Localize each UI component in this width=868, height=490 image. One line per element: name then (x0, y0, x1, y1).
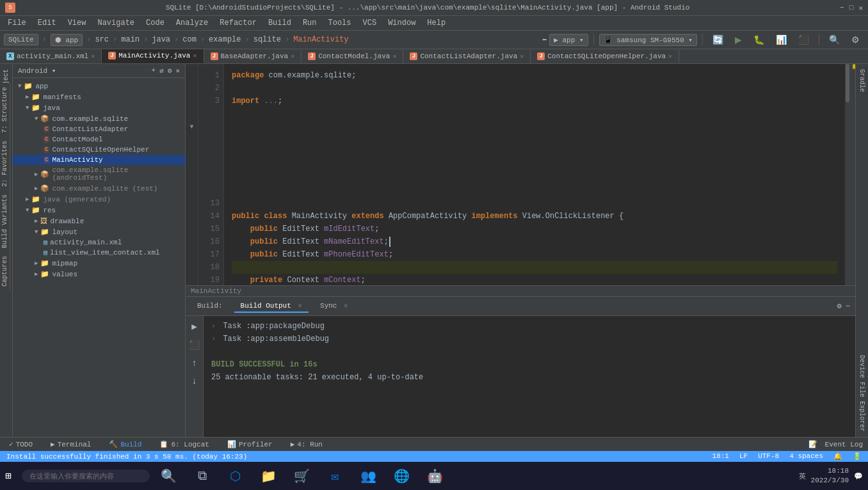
close-tab-base[interactable]: ✕ (291, 52, 294, 60)
minimize-button[interactable]: − (840, 4, 844, 12)
sidebar-tab-device-file-explorer[interactable]: Device File Explorer (857, 350, 867, 437)
tree-item-contactlistadapter[interactable]: C ContactListAdapter (13, 124, 185, 134)
tree-item-com-androidtest[interactable]: ▶ 📦 com.example.sqlite (androidTest) (13, 165, 185, 183)
tree-item-contactmodel[interactable]: C ContactModel (13, 134, 185, 145)
maximize-button[interactable]: □ (849, 4, 854, 12)
close-tab-adapter[interactable]: ✕ (520, 52, 524, 60)
tree-item-com-test[interactable]: ▶ 📦 com.example.sqlite (test) (13, 183, 185, 194)
tree-item-java-generated[interactable]: ▶ 📁 java (generated) (13, 194, 185, 205)
status-encoding[interactable]: UTF-8 (758, 452, 779, 461)
close-sync[interactable]: ✕ (344, 302, 348, 310)
minimap-scrollbar[interactable] (850, 64, 855, 285)
sidebar-tab-gradle[interactable]: Gradle (857, 64, 867, 97)
tab-contactmodel-java[interactable]: J ContactModel.java ✕ (301, 50, 403, 63)
taskbar-app-cortana[interactable]: 🔍 (155, 464, 183, 487)
close-tab-model[interactable]: ✕ (392, 52, 396, 60)
restart-build-btn[interactable]: ▶ (189, 319, 199, 335)
close-build-output[interactable]: ✕ (298, 302, 302, 310)
bottom-tab-todo[interactable]: ✓ TODO (5, 439, 36, 450)
bottom-tab-build[interactable]: 🔨 Build (105, 439, 145, 450)
tree-item-app[interactable]: ▼ 📁 app (13, 81, 185, 91)
breadcrumb-sqlite[interactable]: SQLite (4, 34, 38, 45)
tree-item-com-example-sqlite[interactable]: ▼ 📦 com.example.sqlite (13, 113, 185, 124)
status-indent[interactable]: 4 spaces (789, 452, 823, 461)
menu-help[interactable]: Help (422, 17, 451, 29)
bottom-tab-terminal[interactable]: ▶ Terminal (47, 439, 95, 450)
run-config-dropdown[interactable]: ▶ app ▾ (549, 34, 588, 46)
search-btn[interactable]: 🔍 (824, 33, 844, 47)
bottom-tab-profiler[interactable]: 📊 Profiler (223, 439, 277, 450)
tab-contactsqliteopenhelper-java[interactable]: J ContactSQLiteOpenHelper.java ✕ (531, 50, 679, 63)
minimize-build-icon[interactable]: − (846, 302, 850, 311)
taskbar-app-explorer[interactable]: 📁 (255, 464, 283, 487)
tab-baseadapter-java[interactable]: J BaseAdapter.java ✕ (204, 50, 302, 63)
stop-build-btn[interactable]: ⬛ (186, 337, 202, 353)
build-tab-sync[interactable]: Sync ✕ (314, 299, 355, 313)
build-tab-output[interactable]: Build Output ✕ (234, 299, 309, 313)
menu-navigate[interactable]: Navigate (92, 17, 140, 29)
sidebar-tab-build-variants[interactable]: Build Variants (0, 191, 10, 252)
build-output-content[interactable]: › Task :app:packageDebug › Task :app:ass… (204, 316, 855, 437)
menu-edit[interactable]: Edit (33, 17, 61, 29)
menu-window[interactable]: Window (383, 17, 421, 29)
status-notifications[interactable]: 🔔 (833, 452, 842, 461)
bottom-tab-logcat[interactable]: 📋 6: Logcat (156, 439, 213, 450)
close-tab-xml[interactable]: ✕ (91, 52, 95, 60)
settings-btn[interactable]: ⚙ (847, 33, 864, 47)
tab-contactlistadapter-java[interactable]: J ContactListAdapter.java ✕ (403, 50, 531, 63)
close-panel-icon[interactable]: ✕ (175, 67, 180, 75)
tree-item-list-view-xml[interactable]: ▤ list_view_item_contact.xml (13, 248, 185, 258)
code-content[interactable]: package com.example.sqlite; import ...; … (224, 64, 845, 285)
status-line-ending[interactable]: LF (739, 452, 748, 461)
taskbar-app-store[interactable]: 🛒 (288, 464, 316, 487)
event-log-label[interactable]: Event Log (825, 441, 863, 448)
stop-btn[interactable]: ⬛ (794, 33, 814, 47)
menu-tools[interactable]: Tools (323, 17, 357, 29)
tree-item-manifests[interactable]: ▶ 📁 manifests (13, 91, 185, 102)
status-power[interactable]: 🔋 (853, 452, 862, 461)
taskbar-app-chrome[interactable]: 🌐 (388, 464, 416, 487)
tab-activity-main-xml[interactable]: X activity_main.xml ✕ (0, 50, 102, 63)
taskbar-search[interactable] (22, 470, 150, 482)
taskbar-app-mail[interactable]: ✉ (321, 464, 350, 487)
taskbar-app-edge[interactable]: ⬡ (221, 464, 250, 487)
menu-refactor[interactable]: Refactor (214, 17, 262, 29)
tree-item-mipmap[interactable]: ▶ 📁 mipmap (13, 258, 185, 269)
bottom-tab-run[interactable]: ▶ 4: Run (287, 439, 326, 450)
add-icon[interactable]: + (152, 67, 156, 75)
breadcrumb-app[interactable]: ⬢ app (51, 34, 83, 46)
close-tab-main[interactable]: ✕ (193, 52, 197, 59)
start-button[interactable]: ⊞ (5, 470, 12, 482)
code-editor[interactable]: ▼ 1 2 3 13 14 15 16 17 18 19 20 21 (186, 64, 855, 296)
sidebar-tab-captures[interactable]: Captures (0, 252, 10, 290)
settings-icon[interactable]: ⚙ (168, 67, 172, 75)
editor-scrollbar[interactable] (845, 64, 850, 285)
tab-mainactivity-java[interactable]: J MainActivity.java ✕ (102, 49, 204, 63)
menu-analyze[interactable]: Analyze (171, 17, 213, 29)
scroll-down-btn[interactable]: ↓ (189, 374, 199, 389)
menu-build[interactable]: Build (263, 17, 296, 29)
taskbar-notifications-icon[interactable]: 💬 (854, 472, 863, 480)
tree-item-values[interactable]: ▶ 📁 values (13, 269, 185, 280)
nav-back-icon[interactable]: ⬅ (542, 35, 547, 45)
taskbar-app-task-view[interactable]: ⧉ (188, 464, 216, 487)
taskbar-lang[interactable]: 英 (799, 471, 806, 481)
tree-item-drawable[interactable]: ▶ 🖼 drawable (13, 216, 185, 226)
taskbar-app-teams[interactable]: 👥 (355, 464, 383, 487)
sync-icon[interactable]: ⇄ (159, 67, 164, 75)
settings-build-icon[interactable]: ⚙ (837, 301, 842, 311)
sidebar-tab-favorites[interactable]: 2: Favorites (0, 137, 10, 191)
sidebar-tab-structure[interactable]: 7: Structure (0, 83, 10, 137)
menu-view[interactable]: View (63, 17, 92, 29)
menu-vcs[interactable]: VCS (358, 17, 382, 29)
tree-item-activity-main-xml[interactable]: ▤ activity_main.xml (13, 237, 185, 248)
menu-run[interactable]: Run (298, 17, 322, 29)
tree-item-contactsqliteopenhelper[interactable]: C ContactSQLiteOpenHelper (13, 145, 185, 155)
close-button[interactable]: ✕ (858, 4, 863, 12)
tree-item-res[interactable]: ▼ 📁 res (13, 205, 185, 216)
close-tab-helper[interactable]: ✕ (668, 52, 672, 60)
editor-scrollbar-thumb[interactable] (846, 64, 849, 102)
taskbar-app-android-studio[interactable]: 🤖 (421, 464, 449, 487)
sync-btn[interactable]: 🔄 (708, 33, 728, 47)
title-bar-controls[interactable]: − □ ✕ (840, 4, 863, 12)
